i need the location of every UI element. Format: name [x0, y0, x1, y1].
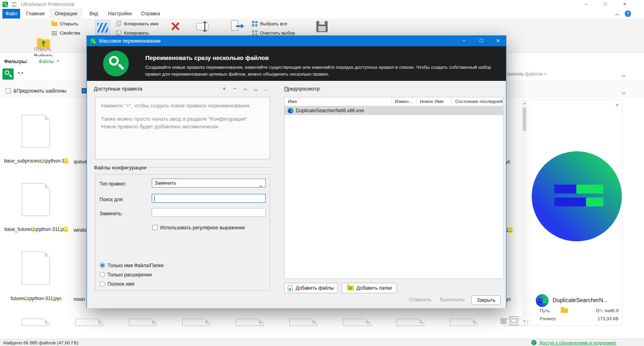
options-dropdown-icon[interactable]: [622, 89, 625, 95]
rule-type-label: Тип правил:: [99, 181, 126, 187]
regex-checkbox[interactable]: [153, 225, 158, 230]
menu-tabs: Файл Главная Операции Вид Настройки Спра…: [0, 9, 644, 19]
rules-hint-1: Нажмите "+", чтобы создать новое правило…: [101, 102, 264, 110]
delete-icon[interactable]: ×: [167, 17, 184, 35]
column-last-state[interactable]: Состояние последней: [452, 97, 503, 106]
move-rule-down-icon[interactable]: [251, 85, 260, 93]
search-icon[interactable]: [2, 68, 14, 80]
help-icon[interactable]: ?: [625, 10, 631, 17]
dialog-title: Массовое переименование: [99, 38, 161, 44]
tab-settings[interactable]: Настройки: [105, 9, 135, 19]
ribbon-separator: [86, 20, 86, 51]
list-view-icon[interactable]: [500, 319, 507, 323]
config-form: Тип правил: Заменить Поиск для: Заменить…: [95, 174, 270, 291]
file-icon[interactable]: [22, 183, 50, 216]
search-dropdown-icon[interactable]: [622, 72, 625, 78]
dialog-body: Доступные правила + − … Нажмите "+", что…: [87, 81, 506, 308]
move-rule-up-icon[interactable]: [241, 86, 250, 94]
search-for-input[interactable]: [152, 194, 266, 203]
rename-icon[interactable]: [196, 22, 210, 32]
rule-type-select[interactable]: Заменить: [152, 179, 266, 187]
search-input[interactable]: *.*: [18, 71, 23, 77]
window-title: UltraSearch Professional: [21, 2, 74, 7]
scroll-down-icon[interactable]: ▾: [522, 319, 527, 323]
search-for-label: Поиск для:: [99, 197, 124, 202]
collapse-ribbon-icon[interactable]: [616, 12, 619, 18]
minimize-button[interactable]: –: [579, 0, 593, 9]
close-preview-icon[interactable]: ×: [615, 102, 619, 108]
radio-filename-only[interactable]: [100, 263, 105, 268]
add-files-button[interactable]: Добавить файлы: [284, 283, 338, 293]
file-label[interactable]: futures.cpython-311.pyc: [2, 296, 70, 302]
column-name[interactable]: Имя: [285, 97, 392, 106]
copy-name-button[interactable]: Копировать имя: [116, 21, 168, 27]
size-label: Размер: [540, 316, 556, 321]
dialog-maximize-button[interactable]: □: [473, 36, 490, 46]
file-icon[interactable]: [22, 251, 50, 284]
dialog-header-description: Создавайте новые правила переименования,…: [145, 64, 500, 78]
radio-extension-only-label[interactable]: Только расширение: [107, 272, 152, 278]
replace-input[interactable]: [152, 208, 266, 217]
updates-link[interactable]: Доступ к обновлениям и поддержке: [539, 340, 616, 345]
suggest-templates-label[interactable]: &Предложить шаблоны: [13, 88, 66, 94]
close-dialog-button[interactable]: Закрыть: [471, 295, 501, 305]
remove-rule-button[interactable]: −: [230, 85, 239, 93]
preview-table: Имя Измен... Новое Имя Состояние последн…: [284, 97, 504, 279]
file-area-scrollbar[interactable]: ▴ ▾: [522, 100, 527, 325]
close-button[interactable]: ×: [617, 0, 632, 9]
select-all-button[interactable]: Выбрать все: [252, 21, 304, 27]
suggest-templates-checkbox[interactable]: [6, 88, 11, 93]
more-rules-button[interactable]: …: [262, 85, 270, 93]
file-label-fragment[interactable]: yc: [506, 297, 511, 302]
cancel-button[interactable]: Отменить: [406, 295, 434, 305]
quick-access-icon[interactable]: [12, 2, 17, 6]
tab-home[interactable]: Главная: [23, 9, 48, 19]
column-modified[interactable]: Измен...: [392, 97, 417, 106]
dialog-close-button[interactable]: ×: [489, 36, 507, 46]
scrollbar-thumb[interactable]: [523, 107, 526, 131]
ultrasearch-window: UltraSearch Professional – □ × Файл Глав…: [0, 0, 644, 346]
bulk-rename-icon[interactable]: [95, 20, 110, 35]
rename-dialog-logo-icon: [103, 51, 129, 76]
rules-hint-2: Также можно просто начать ввод в разделе…: [101, 115, 264, 131]
file-label[interactable]: base_futures.cpython-311.p...: [2, 227, 70, 233]
ribbon-group-open-label: Открыть: [0, 47, 85, 51]
radio-extension-only[interactable]: [100, 272, 105, 277]
status-found-text: Найдено 66 880 файлов (47,60 ГБ): [3, 340, 78, 345]
active-filter[interactable]: Файлы: [39, 59, 54, 64]
file-icon-partial: [289, 319, 318, 326]
file-label-fragment[interactable]: queue: [74, 159, 87, 165]
content-search-link[interactable]: кимому файлов >: [507, 71, 547, 77]
add-folders-button[interactable]: Добавить папки: [342, 283, 397, 293]
column-new-name[interactable]: Новое Имя: [417, 97, 452, 106]
dialog-header-title: Переименовать сразу несколько файлов: [145, 54, 269, 61]
thumbnail-view-icon[interactable]: [510, 316, 518, 325]
scroll-up-icon[interactable]: ▴: [522, 101, 527, 105]
preview-row-name: DuplicateSearcherNet6.x86.exe: [296, 108, 364, 113]
file-icon-partial: [236, 319, 264, 326]
save-icon[interactable]: [316, 21, 328, 32]
preview-file-name: DuplicateSearcherN...: [553, 297, 608, 303]
export-icon[interactable]: [231, 20, 246, 34]
text-caret: [154, 196, 155, 202]
remove-filter-icon[interactable]: ×: [56, 58, 60, 64]
tab-view[interactable]: Вид: [85, 9, 103, 19]
file-label-fragment[interactable]: mixin: [74, 297, 85, 302]
file-icon[interactable]: [22, 115, 50, 148]
tab-help[interactable]: Справка: [138, 9, 163, 19]
execute-button[interactable]: Выполнить: [438, 295, 466, 305]
radio-filename-only-label[interactable]: Только имя Файла/Папки: [107, 263, 164, 268]
radio-full-name-label[interactable]: Полное имя: [107, 281, 134, 287]
dialog-minimize-button[interactable]: –: [455, 36, 473, 46]
tab-operations[interactable]: Операции: [50, 9, 82, 19]
preview-table-row[interactable]: DuplicateSearcherNet6.x86.exe: [285, 106, 503, 115]
add-rule-button[interactable]: +: [220, 85, 229, 93]
config-divider: [147, 167, 270, 168]
tab-file[interactable]: Файл: [2, 9, 20, 19]
file-icon-partial: [129, 319, 157, 326]
radio-full-name[interactable]: [100, 281, 105, 286]
maximize-button[interactable]: □: [598, 0, 613, 9]
select-all-icon: [252, 21, 258, 27]
regex-label[interactable]: Использовать регулярное выражение: [160, 225, 245, 231]
file-label[interactable]: base_subprocess.cpython-3...: [2, 158, 70, 164]
